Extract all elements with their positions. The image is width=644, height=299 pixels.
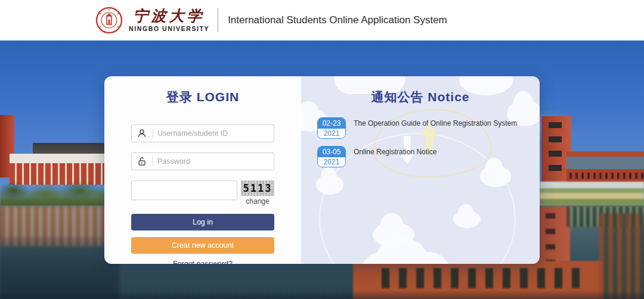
- cloud-decoration: [453, 210, 481, 228]
- cloud-decoration: [480, 166, 511, 187]
- water-shadow: [0, 291, 644, 299]
- notice-year: 2021: [318, 157, 345, 167]
- notice-panel: 通知公告 Notice 02-23 2021 The Operation Gui…: [301, 76, 540, 264]
- cloud-decoration: [361, 252, 450, 264]
- system-title: International Students Online Applicatio…: [228, 14, 447, 26]
- notice-date: 02-23: [318, 118, 345, 129]
- captcha-change-link[interactable]: change: [246, 197, 269, 205]
- password-field[interactable]: [131, 152, 274, 170]
- notice-year: 2021: [318, 129, 345, 138]
- notice-item-title[interactable]: The Operation Guide of Online Registrati…: [354, 117, 517, 139]
- notice-title: 通知公告 Notice: [301, 89, 540, 105]
- left-trees: [0, 176, 113, 208]
- bottom-right-reflection: [599, 213, 644, 299]
- login-button[interactable]: Log in: [131, 214, 274, 231]
- login-page: 宁波大学 NINGBO UNIVERSITY International Stu…: [0, 0, 644, 299]
- right-promenade: [540, 182, 644, 207]
- notice-date: 03-05: [318, 147, 345, 157]
- notice-list: 02-23 2021 The Operation Guide of Online…: [301, 117, 540, 167]
- captcha-input[interactable]: [131, 180, 237, 200]
- login-card: 登录 LOGIN: [104, 76, 540, 264]
- notice-date-badge: 03-05 2021: [317, 146, 346, 167]
- notice-date-badge: 02-23 2021: [317, 117, 346, 139]
- password-input[interactable]: [153, 154, 274, 169]
- university-name-english: NINGBO UNIVERSITY: [129, 25, 209, 32]
- login-panel: 登录 LOGIN: [104, 76, 301, 264]
- user-icon: [132, 129, 152, 138]
- notice-item[interactable]: 03-05 2021 Online Registration Notice: [317, 146, 540, 167]
- notice-item[interactable]: 02-23 2021 The Operation Guide of Online…: [317, 117, 540, 139]
- lock-icon: [132, 157, 152, 166]
- captcha-image[interactable]: 5113: [241, 180, 274, 196]
- username-input[interactable]: [153, 126, 274, 141]
- university-name-block: 宁波大学 NINGBO UNIVERSITY: [129, 8, 209, 32]
- page-header: 宁波大学 NINGBO UNIVERSITY International Stu…: [0, 0, 644, 41]
- right-building-windows: [569, 173, 644, 179]
- cloud-decoration: [316, 175, 343, 195]
- right-tower-windows: [549, 122, 562, 179]
- username-field[interactable]: [131, 124, 274, 142]
- header-divider: [218, 8, 218, 32]
- university-name-chinese: 宁波大学: [134, 8, 205, 23]
- forgot-password-link[interactable]: Forgot password?: [104, 260, 301, 264]
- university-seal-logo: [95, 7, 123, 34]
- left-dark-water: [0, 237, 119, 299]
- notice-item-title[interactable]: Online Registration Notice: [354, 146, 436, 167]
- login-title: 登录 LOGIN: [104, 89, 301, 105]
- create-account-button[interactable]: Creat new account: [131, 237, 274, 254]
- bottom-reflection-windows: [382, 268, 584, 288]
- captcha-side: 5113 change: [241, 180, 274, 205]
- captcha-row: 5113 change: [131, 180, 274, 205]
